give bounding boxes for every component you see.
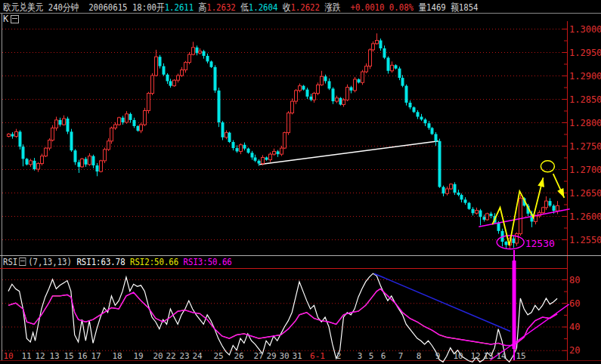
candle-body-down (438, 141, 441, 187)
candle-body-up (240, 145, 243, 152)
candle-body-down (258, 161, 261, 164)
datetime: 20060615 18:00 (84, 2, 156, 13)
candle-body-down (457, 193, 460, 195)
rsi-minimize-box[interactable] (20, 258, 26, 266)
date-axis-label: 24 (192, 351, 203, 361)
minimize-icon (12, 18, 17, 19)
candle-body-down (513, 239, 516, 243)
candle-body-down (236, 148, 239, 151)
axis (0, 14, 601, 362)
candle-body-up (313, 94, 316, 100)
candle-body-up (336, 98, 339, 101)
candle-body-down (479, 211, 482, 217)
candle-body-down (254, 158, 257, 161)
candle-body-up (151, 76, 154, 94)
candle-body-up (450, 184, 453, 189)
candle-body-up (365, 66, 368, 72)
candle-body-up (199, 51, 202, 53)
candle-body-up (391, 65, 394, 70)
candle-body-down (387, 57, 390, 70)
candle-body-up (361, 72, 364, 82)
date-axis-label: 29 (266, 351, 276, 361)
amount-value: 1854 (459, 2, 479, 13)
candle-body-up (269, 154, 272, 159)
candle-body-down (497, 223, 500, 231)
app-window: 1.30001.29501.29001.28501.28001.27501.27… (0, 0, 601, 364)
candle-body-up (262, 158, 265, 164)
candle-body-down (328, 81, 331, 88)
candle-body-down (460, 195, 463, 199)
candle-body-up (295, 91, 298, 101)
candle-body-up (104, 150, 107, 161)
low-value: 1.2604 (249, 2, 283, 13)
candle-body-up (114, 125, 117, 128)
grid-lines: 1.30001.29501.29001.28501.28001.27501.27… (2, 24, 601, 356)
price-axis-label: 1.2950 (569, 48, 601, 58)
candle-body-down (490, 214, 493, 216)
candle-body-down (395, 65, 398, 68)
candle-body-up (51, 128, 54, 140)
date-axis-label: 9 (435, 351, 441, 361)
date-axis-label: 23 (179, 351, 189, 361)
candle-body-down (11, 134, 14, 137)
candle-body-up (125, 114, 129, 122)
candle-body-down (196, 48, 199, 53)
date-axis-label: 15 (516, 351, 525, 361)
candle-body-down (431, 128, 434, 134)
candle-body-down (33, 161, 36, 169)
chart-canvas[interactable]: 1.30001.29501.29001.28501.28001.27501.27… (0, 0, 601, 364)
projection-arrow-up (537, 177, 547, 187)
date-axis-label: 12 (35, 351, 45, 361)
candle-body-up (545, 201, 548, 208)
candle-body-up (225, 133, 228, 137)
rsi-axis-label: 20 (569, 345, 580, 356)
high-value: 1.2632 (206, 2, 240, 13)
candle-body-down (85, 159, 88, 164)
candle-body-up (81, 159, 84, 167)
candle-body-up (155, 57, 158, 76)
k-minimize-button[interactable] (11, 15, 19, 23)
candle-body-up (369, 50, 372, 66)
candle-body-up (107, 141, 110, 150)
candle-body-down (358, 79, 361, 82)
candle-body-down (324, 76, 327, 81)
change-value: +0.0010 (345, 2, 389, 13)
date-axis-label: 20 (153, 351, 163, 361)
candle-body-up (446, 189, 449, 193)
candle-body-down (133, 120, 136, 126)
candle-body-down (306, 90, 309, 97)
candle-body-down (163, 66, 166, 75)
date-axis-label: 13 (49, 351, 59, 361)
rsi-signal-bar[interactable] (513, 261, 516, 349)
candle-body-down (251, 153, 254, 157)
candle-body-up (110, 128, 113, 140)
candle-body-down (232, 142, 235, 148)
candle-body-down (405, 86, 408, 103)
rsi2-value: RSI2:50.66 (130, 256, 184, 267)
price-axis-label: 1.2600 (569, 211, 601, 222)
candle-body-down (401, 78, 404, 86)
price-axis-label: 1.2750 (569, 141, 601, 152)
candle-body-down (19, 131, 22, 147)
low-label: 低 (240, 2, 249, 13)
candle-body-up (354, 79, 357, 91)
candle-body-down (166, 75, 169, 82)
rsi3-value: RSI3:50.66 (184, 256, 232, 267)
candle-body-up (177, 76, 180, 80)
target-circle-annotation[interactable] (541, 161, 554, 172)
candle-body-down (505, 242, 508, 245)
date-axis-label: 6-1 (310, 351, 325, 361)
candle-body-up (188, 54, 191, 63)
candle-body-down (203, 51, 206, 56)
candle-body-down (243, 145, 246, 149)
candle-body-down (350, 88, 353, 91)
candle-body-down (420, 117, 423, 120)
candle-body-up (29, 161, 33, 165)
k-pane-title: K (3, 14, 8, 24)
date-axis-label: 5 (369, 351, 374, 361)
rsi-label: RSI (3, 256, 17, 267)
candle-body-up (45, 148, 48, 156)
date-axis-label: 15 (64, 351, 73, 361)
date-axis-label: 13 (483, 351, 493, 361)
candle-body-down (228, 133, 231, 142)
